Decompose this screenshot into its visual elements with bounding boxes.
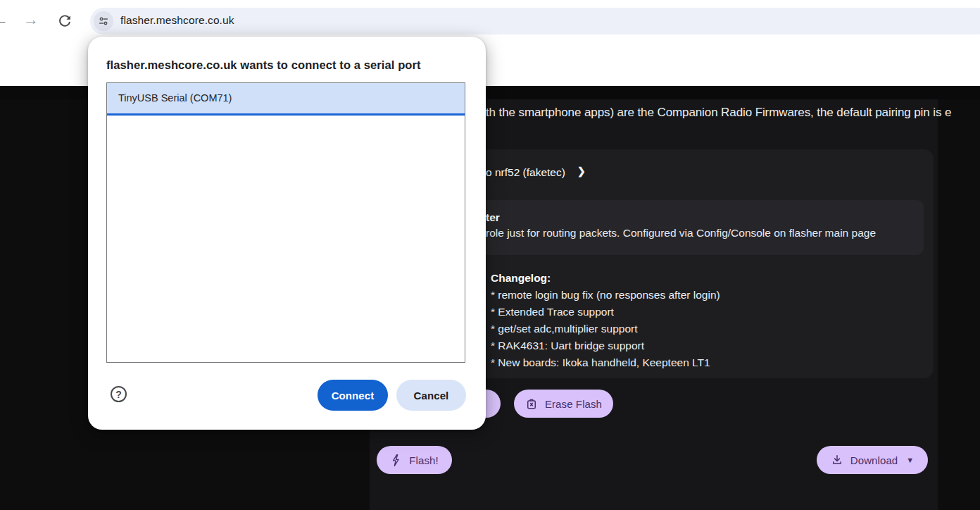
changelog-item: * RAK4631: Uart bridge support	[491, 340, 644, 352]
connect-button[interactable]: Connect	[318, 380, 388, 411]
intro-paragraph: th the smartphone apps) are the Companio…	[486, 106, 951, 120]
port-list: TinyUSB Serial (COM71)	[106, 82, 465, 363]
reload-icon[interactable]	[57, 13, 73, 29]
firmware-role-description: role just for routing packets. Configure…	[486, 227, 876, 240]
download-label: Download	[850, 454, 898, 466]
help-glyph: ?	[115, 389, 122, 400]
dialog-title: flasher.meshcore.co.uk wants to connect …	[106, 58, 469, 72]
changelog-title: Changelog:	[491, 272, 551, 285]
caret-down-icon: ▼	[906, 456, 914, 464]
port-option-selected[interactable]: TinyUSB Serial (COM71)	[107, 83, 465, 116]
flash-label: Flash!	[409, 454, 438, 466]
erase-flash-label: Erase Flash	[545, 398, 602, 410]
changelog-item: * New boards: Ikoka handheld, Keepteen L…	[491, 356, 710, 369]
cancel-button[interactable]: Cancel	[396, 380, 466, 411]
chevron-right-icon[interactable]: ❯	[577, 166, 586, 177]
flash-bolt-icon	[390, 454, 402, 467]
board-selector-label[interactable]: o nrf52 (faketec)	[486, 166, 565, 179]
serial-port-dialog: flasher.meshcore.co.uk wants to connect …	[88, 37, 486, 430]
help-icon[interactable]: ?	[111, 386, 127, 402]
changelog-item: * remote login bug fix (no responses aft…	[491, 289, 720, 301]
erase-flash-icon	[525, 397, 538, 410]
browser-window: ← → flasher.meshcore.co.uk Google	[0, 0, 980, 510]
address-bar[interactable]: flasher.meshcore.co.uk	[90, 8, 980, 35]
back-icon[interactable]: ←	[0, 12, 8, 27]
browser-notice: Google Chro	[0, 37, 91, 86]
firmware-role-title: ter	[486, 211, 500, 224]
browser-toolbar: ← → flasher.meshcore.co.uk	[0, 0, 980, 37]
changelog-item: * get/set adc,multiplier support	[491, 323, 638, 335]
download-button[interactable]: Download ▼	[817, 446, 928, 474]
erase-flash-button[interactable]: Erase Flash	[514, 390, 613, 418]
flash-button[interactable]: Flash!	[377, 446, 452, 474]
forward-icon[interactable]: →	[23, 12, 39, 27]
port-option-label: TinyUSB Serial (COM71)	[118, 92, 232, 104]
download-icon	[831, 454, 843, 466]
url-text[interactable]: flasher.meshcore.co.uk	[120, 14, 234, 27]
site-settings-icon[interactable]	[94, 11, 113, 31]
changelog-item: * Extended Trace support	[491, 306, 614, 318]
